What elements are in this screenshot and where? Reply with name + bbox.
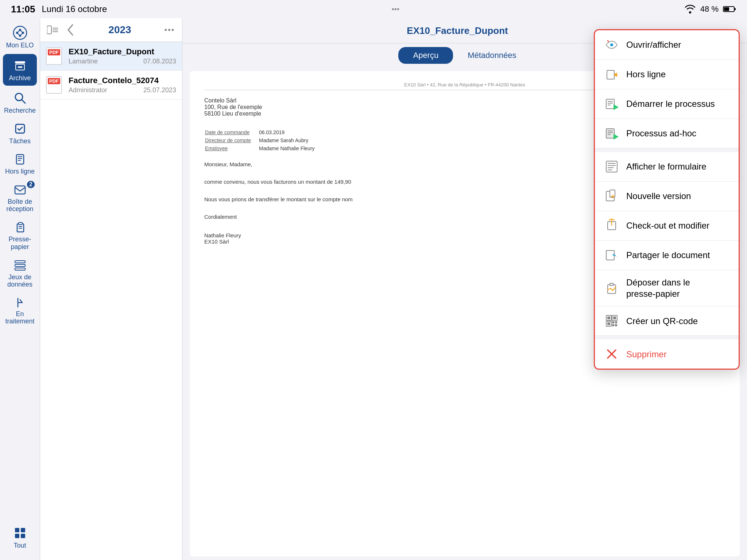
top-dots: •••	[392, 5, 399, 13]
doc-item-0[interactable]: PDF EX10_Facture_Dupont Lamartine 07.08.…	[40, 42, 182, 71]
sidebar-label-en-traitement: En traitement	[2, 311, 38, 325]
svg-rect-35	[15, 534, 19, 538]
menu-item-supprimer[interactable]: Supprimer	[595, 339, 739, 369]
eye-icon	[604, 37, 620, 53]
taches-icon	[12, 121, 28, 137]
svg-rect-67	[607, 316, 610, 319]
boite-reception-icon	[12, 182, 28, 198]
sidebar-label-tout: Tout	[13, 542, 26, 550]
svg-rect-69	[613, 316, 616, 319]
sidebar-label-mon-elo: Mon ELO	[6, 42, 34, 50]
svg-rect-75	[615, 324, 617, 326]
menu-label-ouvrir-afficher: Ouvrir/afficher	[626, 39, 681, 50]
svg-rect-65	[610, 283, 614, 285]
menu-label-nouvelle-version: Nouvelle version	[626, 190, 691, 202]
table-label-2: Employee	[205, 145, 258, 152]
sidebar-item-recherche[interactable]: Recherche	[0, 87, 40, 118]
svg-rect-42	[607, 70, 614, 79]
menu-item-creer-qr-code[interactable]: Créer un QR-code	[595, 306, 739, 336]
sidebar-item-archive[interactable]: Archive	[3, 54, 37, 86]
sidebar-item-hors-ligne[interactable]: Hors ligne	[0, 148, 40, 179]
menu-label-hors-ligne: Hors ligne	[626, 69, 666, 80]
svg-rect-29	[15, 268, 25, 270]
sidebar-item-taches[interactable]: Tâches	[0, 118, 40, 148]
en-traitement-icon	[12, 294, 28, 310]
menu-item-afficher-formulaire[interactable]: Afficher le formulaire	[595, 152, 739, 182]
offline-icon	[604, 66, 620, 82]
sidebar-label-jeux-donnees: Jeux de données	[2, 274, 38, 288]
menu-item-deposer-pressepapier[interactable]: Déposer dans le presse-papier	[595, 270, 739, 306]
menu-item-hors-ligne[interactable]: Hors ligne	[595, 60, 739, 89]
table-value-2: Madame Nathalie Fleury	[259, 145, 318, 152]
mon-elo-icon	[12, 25, 28, 41]
sidebar-bottom: Tout	[10, 522, 30, 560]
doc-author-1: Administrator	[69, 86, 107, 94]
svg-line-9	[20, 30, 23, 33]
menu-item-demarrer-processus[interactable]: Démarrer le processus	[595, 89, 739, 119]
svg-rect-36	[21, 534, 25, 538]
sidebar-item-mon-elo[interactable]: Mon ELO	[0, 22, 40, 52]
menu-item-checkout-modifier[interactable]: Check-out et modifier	[595, 211, 739, 241]
svg-rect-2	[724, 7, 729, 11]
svg-rect-28	[15, 264, 25, 267]
svg-line-10	[20, 33, 23, 36]
svg-point-41	[610, 43, 613, 46]
sidebar-item-en-traitement[interactable]: En traitement	[0, 291, 40, 328]
qr-icon	[604, 313, 620, 329]
pdf-badge-0: PDF	[48, 49, 60, 55]
menu-item-processus-adhoc[interactable]: Processus ad-hoc	[595, 119, 739, 148]
menu-label-demarrer-processus: Démarrer le processus	[626, 98, 715, 109]
doc-author-0: Lamartine	[69, 58, 98, 65]
svg-rect-73	[615, 321, 617, 323]
back-button[interactable]	[63, 23, 77, 36]
doc-meta-1: Administrator 25.07.2023	[69, 86, 176, 94]
sidebar-item-presse-papier[interactable]: Presse-papier	[0, 216, 40, 254]
presse-papier-icon	[12, 219, 28, 235]
process-icon	[604, 96, 620, 112]
doc-list-panel: 2023 ••• PDF EX10_Facture_Dupont Lamarti…	[40, 18, 182, 560]
menu-divider-2	[595, 336, 739, 339]
menu-item-ouvrir-afficher[interactable]: Ouvrir/afficher	[595, 30, 739, 60]
tab-apercu[interactable]: Aperçu	[398, 47, 453, 64]
doc-name-0: EX10_Facture_Dupont	[69, 47, 176, 57]
status-bar: 11:05 Lundi 16 octobre ••• 48 %	[0, 0, 747, 18]
svg-rect-24	[19, 222, 22, 225]
menu-label-deposer-pressepapier: Déposer dans le presse-papier	[626, 277, 690, 299]
doc-info-0: EX10_Facture_Dupont Lamartine 07.08.2023	[69, 47, 176, 65]
menu-label-processus-adhoc: Processus ad-hoc	[626, 128, 696, 139]
sidebar-item-boite-reception[interactable]: 2 Boîte de réception	[0, 179, 40, 216]
doc-name-1: Facture_Contelo_52074	[69, 76, 176, 85]
svg-rect-27	[15, 261, 25, 263]
svg-marker-47	[614, 104, 619, 110]
clipboard-icon	[604, 280, 620, 296]
sidebar-toggle-button[interactable]	[46, 23, 59, 36]
status-date: Lundi 16 octobre	[42, 4, 107, 14]
jeux-donnees-icon	[12, 257, 28, 273]
wifi-icon	[684, 5, 696, 13]
doc-list-more-button[interactable]: •••	[163, 23, 176, 36]
svg-rect-14	[18, 66, 22, 68]
status-time: 11:05	[11, 4, 35, 15]
sidebar-label-taches: Tâches	[9, 137, 31, 145]
svg-line-8	[17, 30, 20, 33]
table-label-0: Date de commande	[205, 129, 258, 136]
archive-icon	[12, 58, 28, 74]
tab-metadonnees[interactable]: Métadonnées	[453, 47, 531, 64]
menu-item-partager-document[interactable]: Partager le document	[595, 241, 739, 270]
doc-icon-0: PDF	[46, 47, 63, 65]
sidebar-item-tout[interactable]: Tout	[10, 522, 30, 553]
pdf-badge-1: PDF	[48, 78, 60, 84]
menu-divider-1	[595, 148, 739, 152]
menu-label-supprimer: Supprimer	[626, 349, 667, 360]
boite-reception-badge: 2	[27, 181, 35, 188]
doc-icon-1: PDF	[46, 76, 63, 94]
sidebar-item-jeux-donnees[interactable]: Jeux de données	[0, 254, 40, 291]
doc-list-year: 2023	[81, 24, 159, 36]
svg-rect-37	[47, 26, 51, 34]
svg-rect-33	[15, 528, 19, 532]
sidebar: Mon ELO Archive Recherche	[0, 18, 40, 560]
doc-item-1[interactable]: PDF Facture_Contelo_52074 Administrator …	[40, 71, 182, 100]
svg-marker-52	[614, 134, 619, 140]
svg-rect-18	[16, 155, 24, 164]
menu-item-nouvelle-version[interactable]: Nouvelle version	[595, 182, 739, 211]
